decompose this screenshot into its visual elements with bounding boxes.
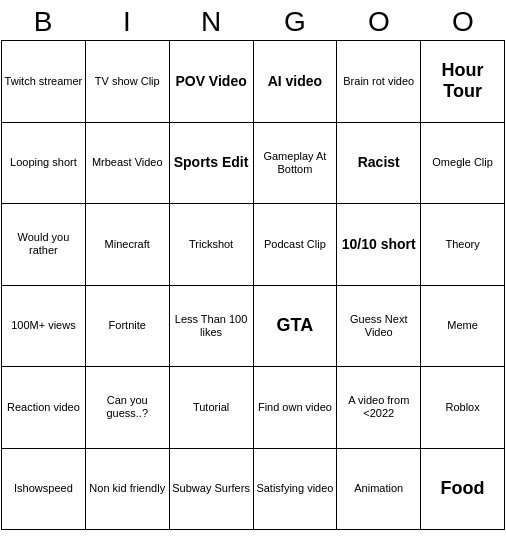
bingo-cell-17[interactable]: Theory: [421, 204, 505, 286]
bingo-cell-2[interactable]: POV Video: [170, 41, 254, 123]
letter-i: I: [85, 6, 169, 38]
letter-b: B: [1, 6, 85, 38]
bingo-cell-26[interactable]: Tutorial: [170, 367, 254, 449]
bingo-cell-24[interactable]: Reaction video: [2, 367, 86, 449]
bingo-cell-12[interactable]: Would you rather: [2, 204, 86, 286]
bingo-cell-22[interactable]: Guess Next Video: [337, 286, 421, 368]
bingo-cell-9[interactable]: Gameplay At Bottom: [254, 123, 338, 205]
bingo-cell-23[interactable]: Meme: [421, 286, 505, 368]
bingo-cell-11[interactable]: Omegle Clip: [421, 123, 505, 205]
bingo-cell-30[interactable]: Ishowspeed: [2, 449, 86, 531]
bingo-cell-6[interactable]: Looping short: [2, 123, 86, 205]
bingo-cell-7[interactable]: Mrbeast Video: [86, 123, 170, 205]
bingo-cell-32[interactable]: Subway Surfers: [170, 449, 254, 531]
bingo-cell-27[interactable]: Find own video: [254, 367, 338, 449]
bingo-cell-1[interactable]: TV show Clip: [86, 41, 170, 123]
bingo-cell-5[interactable]: Hour Tour: [421, 41, 505, 123]
bingo-cell-34[interactable]: Animation: [337, 449, 421, 531]
bingo-cell-8[interactable]: Sports Edit: [170, 123, 254, 205]
letter-o1: O: [337, 6, 421, 38]
bingo-cell-16[interactable]: 10/10 short: [337, 204, 421, 286]
bingo-cell-4[interactable]: Brain rot video: [337, 41, 421, 123]
bingo-cell-19[interactable]: Fortnite: [86, 286, 170, 368]
bingo-cell-25[interactable]: Can you guess..?: [86, 367, 170, 449]
bingo-cell-0[interactable]: Twitch streamer: [2, 41, 86, 123]
bingo-cell-13[interactable]: Minecraft: [86, 204, 170, 286]
bingo-cell-35[interactable]: Food: [421, 449, 505, 531]
bingo-cell-21[interactable]: GTA: [254, 286, 338, 368]
bingo-cell-33[interactable]: Satisfying video: [254, 449, 338, 531]
bingo-cell-14[interactable]: Trickshot: [170, 204, 254, 286]
bingo-cell-10[interactable]: Racist: [337, 123, 421, 205]
letter-n: N: [169, 6, 253, 38]
bingo-title: B I N G O O: [0, 0, 506, 40]
letter-o2: O: [421, 6, 505, 38]
bingo-cell-28[interactable]: A video from <2022: [337, 367, 421, 449]
bingo-cell-15[interactable]: Podcast Clip: [254, 204, 338, 286]
bingo-cell-31[interactable]: Non kid friendly: [86, 449, 170, 531]
bingo-cell-20[interactable]: Less Than 100 likes: [170, 286, 254, 368]
letter-g: G: [253, 6, 337, 38]
bingo-cell-29[interactable]: Roblox: [421, 367, 505, 449]
bingo-cell-18[interactable]: 100M+ views: [2, 286, 86, 368]
bingo-grid: Twitch streamerTV show ClipPOV VideoAI v…: [1, 40, 505, 530]
bingo-cell-3[interactable]: AI video: [254, 41, 338, 123]
